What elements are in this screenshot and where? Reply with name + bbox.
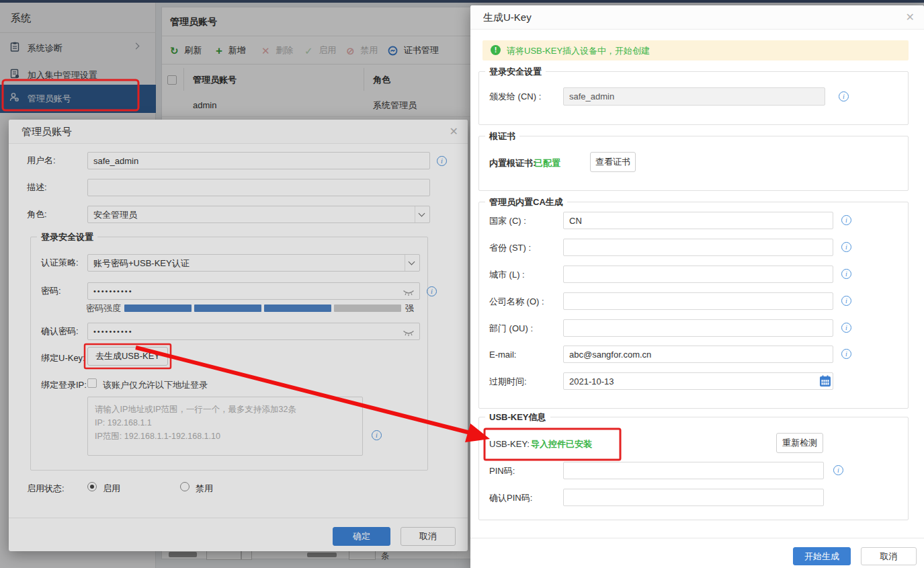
info-icon[interactable]: i — [841, 323, 851, 333]
usbkey-status: 导入控件已安装 — [531, 438, 592, 450]
cn-label: 颁发给 (CN) : — [489, 91, 541, 103]
info-icon[interactable]: i — [841, 242, 851, 252]
start-generate-button[interactable]: 开始生成 — [793, 547, 851, 565]
cancel-button[interactable]: 取消 — [861, 547, 917, 565]
city-input[interactable] — [563, 266, 833, 283]
info-icon[interactable]: i — [841, 215, 851, 225]
province-label: 省份 (ST) : — [489, 242, 531, 254]
city-label: 城市 (L) : — [489, 269, 525, 281]
expiry-input[interactable] — [563, 372, 833, 390]
root-cert-status: 已配置 — [534, 157, 560, 169]
expiry-label: 过期时间: — [489, 376, 527, 388]
notice-text: 请将USB-KEY插入设备中，开始创建 — [507, 45, 650, 57]
notice-banner: ! 请将USB-KEY插入设备中，开始创建 — [482, 40, 909, 60]
root-cert-legend: 根证书 — [485, 131, 519, 142]
pin-input[interactable] — [563, 462, 824, 479]
email-input[interactable] — [563, 346, 833, 363]
view-cert-button[interactable]: 查看证书 — [590, 152, 636, 172]
root-cert-label: 内置根证书: — [489, 157, 536, 169]
generate-ukey-dialog: 生成U-Key ✕ ! 请将USB-KEY插入设备中，开始创建 登录安全设置 颁… — [470, 5, 924, 568]
email-label: E-mail: — [489, 349, 516, 361]
info-icon[interactable]: i — [841, 349, 851, 359]
pin-label: PIN码: — [489, 465, 515, 477]
info-icon[interactable]: i — [839, 91, 849, 102]
cn-input — [563, 87, 825, 106]
login-security-legend: 登录安全设置 — [485, 67, 546, 77]
company-label: 公司名称 (O) : — [489, 296, 544, 308]
confirm-pin-input[interactable] — [563, 489, 824, 506]
department-label: 部门 (OU) : — [489, 323, 533, 335]
info-icon[interactable]: i — [841, 296, 851, 306]
country-input[interactable] — [563, 212, 833, 229]
company-input[interactable] — [563, 292, 833, 310]
exclamation-icon: ! — [491, 45, 501, 55]
confirm-pin-label: 确认PIN码: — [489, 492, 532, 504]
country-label: 国家 (C) : — [489, 215, 526, 227]
close-icon[interactable]: ✕ — [906, 11, 915, 24]
dialog-titlebar: 生成U-Key ✕ — [470, 5, 924, 30]
info-icon[interactable]: i — [841, 269, 851, 279]
ca-generate-legend: 管理员内置CA生成 — [485, 197, 567, 208]
dialog-footer-divider — [470, 538, 924, 538]
department-input[interactable] — [563, 319, 833, 337]
calendar-icon[interactable] — [819, 375, 831, 387]
province-input[interactable] — [563, 239, 833, 256]
usbkey-label: USB-KEY: — [489, 438, 530, 450]
recheck-button[interactable]: 重新检测 — [776, 433, 823, 453]
dialog-title: 生成U-Key — [483, 11, 532, 24]
info-icon[interactable]: i — [833, 465, 843, 475]
usbkey-info-legend: USB-KEY信息 — [485, 412, 550, 423]
